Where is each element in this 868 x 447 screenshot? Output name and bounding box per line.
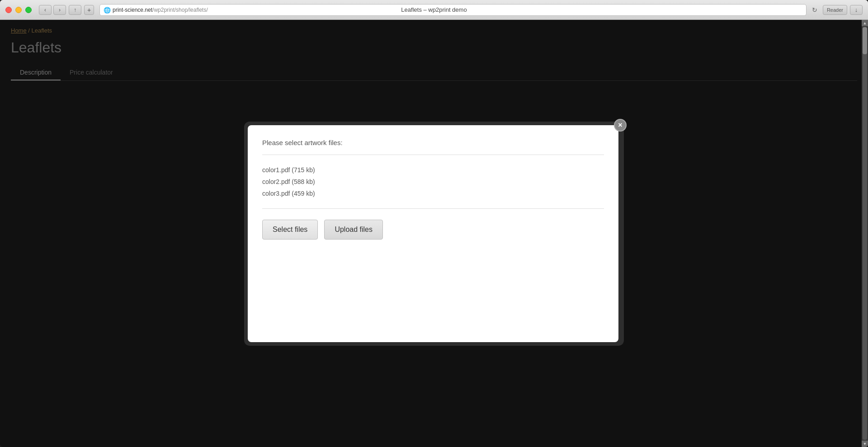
modal-bottom-divider [262, 208, 604, 209]
modal-instructions: Please select artwork files: [262, 139, 604, 146]
select-files-button[interactable]: Select files [262, 220, 318, 240]
browser-content: Home / Leaflets Leaflets Description Pri… [0, 20, 868, 447]
minimize-window-button[interactable] [15, 7, 22, 13]
file-item: color3.pdf (459 kb) [262, 188, 604, 199]
forward-button[interactable]: › [53, 5, 66, 15]
close-window-button[interactable] [5, 7, 12, 13]
url-path: /wp2print/shop/leaflets/ [152, 7, 208, 13]
scroll-up-arrow[interactable]: ▲ [862, 20, 868, 26]
scrollbar[interactable]: ▲ ▼ [862, 20, 868, 447]
traffic-lights [5, 7, 32, 13]
download-button[interactable]: ↓ [850, 5, 863, 15]
modal-top-divider [262, 155, 604, 155]
url-text: print-science.net/wp2print/shop/leaflets… [113, 7, 208, 13]
modal-actions: Select files Upload files [262, 220, 604, 240]
back-button[interactable]: ‹ [39, 5, 52, 15]
modal-dialog: Please select artwork files: color1.pdf … [248, 125, 618, 342]
file-item: color1.pdf (715 kb) [262, 164, 604, 176]
scroll-down-arrow[interactable]: ▼ [862, 441, 868, 447]
modal-overlay: × Please select artwork files: color1.pd… [0, 20, 868, 447]
refresh-button[interactable]: ↻ [812, 6, 817, 14]
scroll-thumb[interactable] [863, 27, 867, 54]
maximize-window-button[interactable] [25, 7, 32, 13]
browser-window: ‹ › ↑ + 🌐 print-science.net/wp2print/sho… [0, 0, 868, 447]
modal-outer: × Please select artwork files: color1.pd… [244, 122, 624, 346]
modal-close-button[interactable]: × [614, 119, 627, 132]
upload-files-button[interactable]: Upload files [324, 220, 383, 240]
globe-icon: 🌐 [104, 7, 110, 13]
url-domain: print-science.net [113, 7, 152, 13]
modal-wrapper: × Please select artwork files: color1.pd… [248, 125, 620, 342]
file-item: color2.pdf (588 kb) [262, 176, 604, 188]
share-button[interactable]: ↑ [69, 5, 81, 15]
reader-button[interactable]: Reader [823, 5, 847, 15]
add-tab-button[interactable]: + [84, 5, 94, 15]
window-title: Leaflets – wp2print demo [401, 6, 467, 13]
nav-buttons: ‹ › [39, 5, 66, 15]
scroll-track [863, 27, 867, 440]
file-list: color1.pdf (715 kb) color2.pdf (588 kb) … [262, 164, 604, 199]
titlebar: ‹ › ↑ + 🌐 print-science.net/wp2print/sho… [0, 0, 868, 20]
